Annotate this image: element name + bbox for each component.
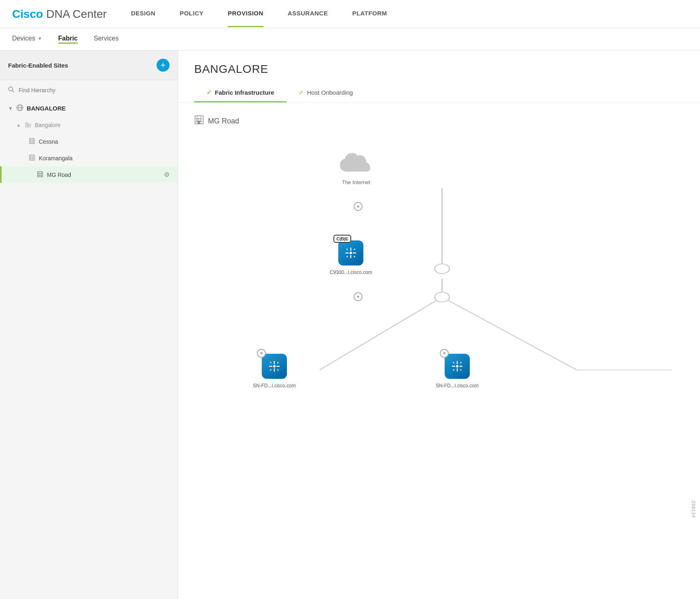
tabs: ✓ Fabric Infrastructure ✓ Host Onboardin… [194,84,684,102]
search-input[interactable] [19,87,170,93]
svg-rect-33 [198,118,199,119]
bangalore-label: BANGALORE [27,105,66,112]
add-fabric-site-button[interactable]: + [157,59,170,72]
svg-rect-36 [200,121,202,122]
c9300-node[interactable]: C|B|E C9300...l.cisco.com [330,240,372,275]
svg-rect-10 [30,138,34,144]
logo-cisco: Cisco [12,8,43,21]
sidebar-header: Fabric-Enabled Sites + [0,51,178,80]
search-bar [0,80,178,100]
svg-rect-7 [26,123,27,124]
building-group-icon [24,121,32,129]
building-icon-koramangala [28,154,36,162]
internet-collapse-btn[interactable]: ▼ [354,202,363,211]
svg-rect-17 [30,155,34,160]
diagram-area: MG Road [178,103,700,499]
svg-rect-24 [38,172,42,177]
nav-item-policy[interactable]: POLICY [180,10,204,18]
svg-point-47 [350,252,352,254]
svg-rect-32 [196,118,197,119]
top-nav: Cisco DNA Center DESIGN POLICY PROVISION… [0,0,700,28]
search-icon [8,86,15,94]
internet-label: The Internet [338,179,374,185]
tree-item-koramangala[interactable]: Koramangala [0,150,178,166]
subnav-services[interactable]: Services [94,35,119,44]
c9300-badge: C|B|E [333,235,351,243]
bangalore-sub-label: Bangalore [35,122,61,128]
svg-rect-35 [196,121,197,122]
svg-rect-8 [26,125,27,126]
site-building-icon [194,115,204,127]
tree-item-bangalore[interactable]: ▼ BANGALORE [0,100,178,117]
router-icon [344,246,358,260]
sub-nav: Devices ▼ Fabric Services [0,28,700,51]
sidebar: Fabric-Enabled Sites + ▼ BANGA [0,51,178,599]
nav-item-design[interactable]: DESIGN [131,10,156,18]
c9300-device-box [338,240,363,266]
sn-fd-left-x-btn[interactable]: × [257,349,266,358]
switch-icon-right [450,359,465,374]
nav-item-platform[interactable]: PLATFORM [352,10,387,18]
c9300-collapse-btn[interactable]: ▼ [354,292,363,301]
svg-line-1 [13,91,15,93]
logo-dna: DNA Center [46,8,106,21]
sn-fd-left-device-box [262,354,287,379]
nav-item-assurance[interactable]: ASSURANCE [288,10,328,18]
sn-fd-right-device-box [445,354,470,379]
cessna-label: Cessna [39,138,58,145]
building-icon-cessna [28,137,36,146]
site-label: MG Road [194,115,684,127]
tab-host-onboarding[interactable]: ✓ Host Onboarding [286,84,365,102]
subnav-devices[interactable]: Devices ▼ [12,35,42,44]
svg-point-41 [435,264,449,274]
sn-fd-right-x-btn[interactable]: × [440,349,449,358]
tab-fabric-infrastructure[interactable]: ✓ Fabric Infrastructure [194,84,286,102]
content-header: BANGALORE ✓ Fabric Infrastructure ✓ Host… [178,51,700,103]
koramangala-label: Koramangala [39,155,72,161]
app-logo[interactable]: Cisco DNA Center [12,8,107,21]
svg-point-48 [273,365,276,367]
svg-point-49 [456,365,458,367]
tree-item-cessna[interactable]: Cessna [0,133,178,150]
building-icon-mgroad [36,170,44,179]
nav-items: DESIGN POLICY PROVISION ASSURANCE PLATFO… [131,10,387,18]
page-title: BANGALORE [194,63,684,76]
main-layout: Fabric-Enabled Sites + ▼ BANGA [0,51,700,599]
subnav-fabric[interactable]: Fabric [58,35,78,44]
sidebar-title: Fabric-Enabled Sites [8,62,68,69]
svg-point-45 [435,292,449,302]
tree-item-bangalore-sub[interactable]: ▲ Bangalore [0,117,178,133]
collapse-icon: ▼ [8,106,13,111]
check-icon-host: ✓ [299,89,304,96]
network-diagram: The Internet ▼ C|B|E [194,143,684,487]
gear-icon[interactable]: ⚙ [164,171,170,178]
svg-point-0 [9,87,13,91]
cloud-icon [338,151,374,178]
svg-rect-9 [29,125,30,125]
sn-fd-right-node[interactable]: × SN-FD...l.cisco.com [436,354,479,389]
mgroad-label: MG Road [47,172,71,178]
nav-item-provision[interactable]: PROVISION [228,10,263,18]
svg-rect-34 [200,118,202,119]
switch-icon-left [267,359,282,374]
globe-icon [16,104,23,113]
svg-rect-5 [25,123,28,127]
site-name: MG Road [208,117,239,125]
watermark: 258124 [691,501,696,518]
c9300-label: C9300...l.cisco.com [330,270,372,275]
svg-line-43 [320,297,442,370]
sn-fd-left-label: SN-FD...l.cisco.com [253,383,296,389]
internet-node[interactable]: The Internet [338,151,374,185]
check-icon-fabric: ✓ [206,89,212,96]
connection-lines [194,143,684,487]
chevron-down-icon: ▼ [38,36,42,41]
sn-fd-right-label: SN-FD...l.cisco.com [436,383,479,389]
sn-fd-left-node[interactable]: × SN-FD...l.cisco.com [253,354,296,389]
svg-rect-37 [198,121,200,124]
content-area: BANGALORE ✓ Fabric Infrastructure ✓ Host… [178,51,700,599]
tree-item-mgroad[interactable]: MG Road ⚙ [0,166,178,183]
collapse-icon-up: ▲ [16,122,21,128]
